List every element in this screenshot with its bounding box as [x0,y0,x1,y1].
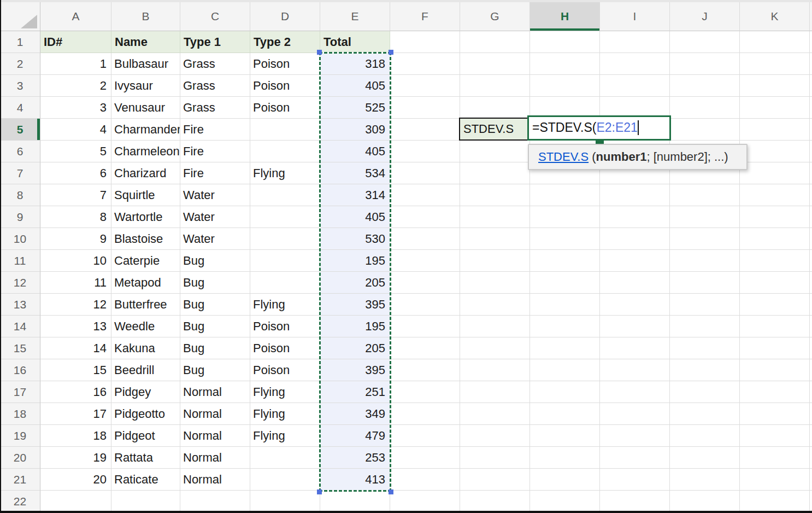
cell-b3[interactable]: Ivysaur [111,75,180,97]
cell-i22[interactable] [600,491,670,512]
cell-j10[interactable] [670,228,740,250]
cell-h18[interactable] [530,403,600,425]
cell-c14[interactable]: Bug [180,316,250,337]
row-header-21[interactable]: 21 [0,469,40,491]
cell-g4[interactable] [460,97,530,119]
cell-l-partial16[interactable] [810,359,812,381]
cell-i11[interactable] [600,250,670,272]
cell-h20[interactable] [530,447,600,469]
cell-a3[interactable]: 2 [40,75,111,97]
cell-e14[interactable]: 195 [320,316,390,337]
cell-g11[interactable] [460,250,530,272]
cell-h5-formula-editor[interactable]: =STDEV.S(E2:E21 [527,115,671,141]
cell-h19[interactable] [530,425,600,447]
cell-b18[interactable]: Pidgeotto [111,403,180,425]
cell-d11[interactable] [250,250,320,272]
cell-a8[interactable]: 7 [40,184,111,206]
cell-j12[interactable] [670,272,740,294]
cell-h12[interactable] [530,272,600,294]
cell-a19[interactable]: 18 [40,425,111,447]
column-header-j[interactable]: J [670,2,740,31]
cell-c19[interactable]: Normal [180,425,250,447]
cell-g13[interactable] [460,294,530,316]
row-header-7[interactable]: 7 [0,162,40,184]
cell-f7[interactable] [390,162,460,184]
column-header-c[interactable]: C [180,2,250,31]
cell-c17[interactable]: Normal [180,381,250,403]
cell-a17[interactable]: 16 [40,381,111,403]
cell-h8[interactable] [530,184,600,206]
cell-c4[interactable]: Grass [180,97,250,119]
function-help-link[interactable]: STDEV.S [538,150,589,164]
cell-l-partial10[interactable] [810,228,812,250]
cell-l-partial15[interactable] [810,337,812,359]
cell-b2[interactable]: Bulbasaur [111,53,180,75]
cell-d2[interactable]: Poison [250,53,320,75]
cell-d17[interactable]: Flying [250,381,320,403]
cell-g2[interactable] [460,53,530,75]
cell-e22[interactable] [320,491,390,512]
row-header-18[interactable]: 18 [0,403,40,425]
cell-k17[interactable] [740,381,810,403]
cell-i2[interactable] [600,53,670,75]
cell-e17[interactable]: 251 [320,381,390,403]
selection-handle-top-left[interactable] [317,50,322,55]
cell-h22[interactable] [530,491,600,512]
cell-g3[interactable] [460,75,530,97]
cell-g8[interactable] [460,184,530,206]
cell-e5[interactable]: 309 [320,119,390,141]
cell-e19[interactable]: 479 [320,425,390,447]
cell-k7[interactable] [740,162,810,184]
cell-b10[interactable]: Blastoise [111,228,180,250]
cell-h2[interactable] [530,53,600,75]
cell-b8[interactable]: Squirtle [111,184,180,206]
cell-j21[interactable] [670,469,740,491]
cell-e7[interactable]: 534 [320,162,390,184]
cell-j1[interactable] [670,31,740,53]
cell-l-partial19[interactable] [810,425,812,447]
cell-j8[interactable] [670,184,740,206]
cell-h1[interactable] [530,31,600,53]
cell-l-partial6[interactable] [810,141,812,162]
cell-g7[interactable] [460,162,530,184]
cell-b17[interactable]: Pidgey [111,381,180,403]
cell-j5[interactable] [670,119,740,141]
cell-c5[interactable]: Fire [180,119,250,141]
cell-i3[interactable] [600,75,670,97]
cell-d8[interactable] [250,184,320,206]
cell-b16[interactable]: Beedrill [111,359,180,381]
cell-f20[interactable] [390,447,460,469]
cell-c8[interactable]: Water [180,184,250,206]
cell-k3[interactable] [740,75,810,97]
cell-l-partial12[interactable] [810,272,812,294]
cell-l-partial3[interactable] [810,75,812,97]
cell-e18[interactable]: 349 [320,403,390,425]
row-header-9[interactable]: 9 [0,206,40,228]
row-header-19[interactable]: 19 [0,425,40,447]
cell-f18[interactable] [390,403,460,425]
cell-e12[interactable]: 205 [320,272,390,294]
cell-i20[interactable] [600,447,670,469]
cell-a22[interactable] [40,491,111,512]
cell-b11[interactable]: Caterpie [111,250,180,272]
cell-d3[interactable]: Poison [250,75,320,97]
cell-k2[interactable] [740,53,810,75]
cell-c6[interactable]: Fire [180,141,250,162]
cell-k22[interactable] [740,491,810,512]
row-header-12[interactable]: 12 [0,272,40,294]
row-header-2[interactable]: 2 [0,53,40,75]
cell-c13[interactable]: Bug [180,294,250,316]
cell-c22[interactable] [180,491,250,512]
cell-l-partial5[interactable] [810,119,812,141]
cell-j16[interactable] [670,359,740,381]
cell-g18[interactable] [460,403,530,425]
cell-c16[interactable]: Bug [180,359,250,381]
cell-h21[interactable] [530,469,600,491]
cell-k9[interactable] [740,206,810,228]
column-header-i[interactable]: I [600,2,670,31]
cell-j17[interactable] [670,381,740,403]
cell-a12[interactable]: 11 [40,272,111,294]
cell-b9[interactable]: Wartortle [111,206,180,228]
cell-g19[interactable] [460,425,530,447]
cell-g1[interactable] [460,31,530,53]
